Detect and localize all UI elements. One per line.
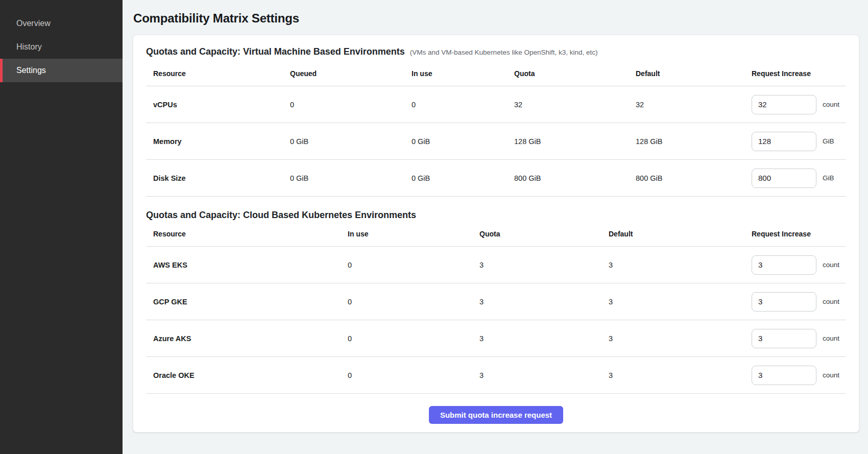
unit-label: GiB [823,174,834,182]
in-use-cell: 0 GiB [404,123,507,160]
resource-cell: Oracle OKE [146,357,341,394]
in-use-cell: 0 [404,86,507,123]
request-increase-input[interactable] [752,366,816,385]
quota-cell: 800 GiB [507,160,629,197]
quota-cell: 3 [472,283,601,320]
unit-label: count [823,261,839,269]
sidebar-item-overview[interactable]: Overview [0,12,123,35]
unit-label: count [823,334,839,342]
table-row: vCPUs003232count [146,86,846,123]
in-use-cell: 0 [341,283,472,320]
column-header: Request Increase [744,69,846,86]
table-header-row: ResourceIn useQuotaDefaultRequest Increa… [146,230,846,247]
request-increase-cell: count [744,357,846,394]
column-header: Queued [283,69,404,86]
default-cell: 800 GiB [629,160,744,197]
column-header: In use [404,69,507,86]
page-title: Compatibility Matrix Settings [133,11,859,26]
default-cell: 32 [629,86,744,123]
column-header: Quota [472,230,601,247]
request-increase-cell: GiB [744,123,846,160]
column-header: In use [341,230,472,247]
queued-cell: 0 GiB [283,123,404,160]
app-window: OverviewHistorySettings Compatibility Ma… [0,0,868,454]
vm-section-subtitle: (VMs and VM-based Kubernetes like OpenSh… [410,49,598,56]
request-increase-cell: GiB [744,160,846,197]
unit-label: count [823,371,839,379]
in-use-cell: 0 [341,357,472,394]
default-cell: 128 GiB [629,123,744,160]
vm-quota-table: ResourceQueuedIn useQuotaDefaultRequest … [146,69,846,197]
request-increase-cell: count [744,283,846,320]
resource-cell: Disk Size [146,160,283,197]
table-row: Disk Size0 GiB0 GiB800 GiB800 GiBGiB [146,160,846,197]
default-cell: 3 [601,283,744,320]
main-content: Compatibility Matrix Settings Quotas and… [123,0,868,454]
column-header: Default [601,230,744,247]
resource-cell: Azure AKS [146,320,341,357]
unit-label: count [823,101,839,108]
quota-cell: 3 [472,357,601,394]
sidebar-item-settings[interactable]: Settings [0,59,123,82]
request-increase-cell: count [744,86,846,123]
sidebar-nav: OverviewHistorySettings [0,12,123,82]
in-use-cell: 0 [341,247,472,283]
table-header-row: ResourceQueuedIn useQuotaDefaultRequest … [146,69,846,86]
queued-cell: 0 GiB [283,160,404,197]
request-increase-input[interactable] [752,95,816,114]
submit-quota-request-button[interactable]: Submit quota increase request [429,406,563,424]
column-header: Default [629,69,744,86]
request-increase-cell: count [744,247,846,283]
resource-cell: GCP GKE [146,283,341,320]
column-header: Quota [507,69,629,86]
resource-cell: Memory [146,123,283,160]
cloud-k8s-quota-table: ResourceIn useQuotaDefaultRequest Increa… [146,230,846,394]
table-row: Oracle OKE033count [146,357,846,394]
default-cell: 3 [601,320,744,357]
column-header: Resource [146,230,341,247]
sidebar-item-history[interactable]: History [0,35,123,59]
vm-section-header: Quotas and Capacity: Virtual Machine Bas… [146,46,846,57]
request-increase-input[interactable] [752,292,816,312]
unit-label: count [823,298,839,305]
in-use-cell: 0 GiB [404,160,507,197]
request-increase-input[interactable] [752,329,816,348]
sidebar: OverviewHistorySettings [0,0,123,454]
table-row: Azure AKS033count [146,320,846,357]
table-row: GCP GKE033count [146,283,846,320]
in-use-cell: 0 [341,320,472,357]
settings-card: Quotas and Capacity: Virtual Machine Bas… [133,35,859,433]
column-header: Request Increase [744,230,846,247]
request-increase-cell: count [744,320,846,357]
table-row: Memory0 GiB0 GiB128 GiB128 GiBGiB [146,123,846,160]
request-increase-input[interactable] [752,255,816,275]
k8s-section-title: Quotas and Capacity: Cloud Based Kuberne… [146,210,846,221]
default-cell: 3 [601,357,744,394]
queued-cell: 0 [283,86,404,123]
column-header: Resource [146,69,283,86]
vm-section-title: Quotas and Capacity: Virtual Machine Bas… [146,46,405,57]
table-row: AWS EKS033count [146,247,846,283]
submit-row: Submit quota increase request [146,406,846,424]
quota-cell: 3 [472,247,601,283]
quota-cell: 32 [507,86,629,123]
quota-cell: 128 GiB [507,123,629,160]
default-cell: 3 [601,247,744,283]
unit-label: GiB [823,137,834,145]
request-increase-input[interactable] [752,169,816,188]
resource-cell: AWS EKS [146,247,341,283]
resource-cell: vCPUs [146,86,283,123]
request-increase-input[interactable] [752,132,816,151]
quota-cell: 3 [472,320,601,357]
